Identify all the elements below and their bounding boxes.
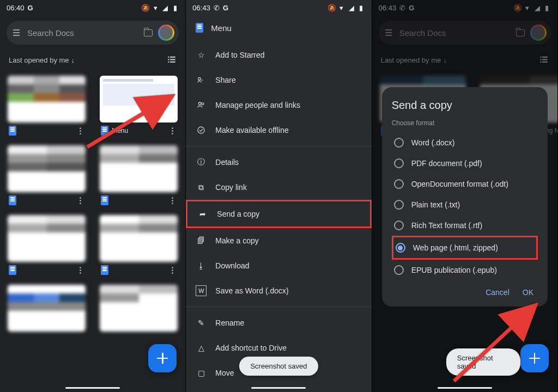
svg-rect-4 [168,62,169,63]
docs-icon [9,126,16,136]
search-bar[interactable]: Search Docs [7,21,179,45]
doc-name: Menu [112,127,165,134]
docs-icon [101,195,108,205]
format-rtf[interactable]: Rich Text format (.rtf) [392,215,538,236]
radio-icon [394,138,404,148]
wifi-icon: ▾ [151,4,159,11]
avatar[interactable] [158,24,174,41]
list-view-icon[interactable] [167,54,177,66]
menu-sendcopy[interactable]: ➦Send a copy [186,200,371,228]
format-html[interactable]: Web page (.html, zipped) [392,236,538,260]
menu-makecopy[interactable]: 🗐Make a copy [186,228,371,253]
format-epub[interactable]: EPUB publication (.epub) [392,260,538,280]
more-icon[interactable] [76,267,84,274]
more-icon[interactable] [76,197,84,204]
clock: 06:40 [7,4,25,12]
screen-docs-list: 06:40 G 🔕 ▾ ◢ ▮ Search Docs Last opened … [0,0,186,392]
menu-offline[interactable]: Make available offline [186,118,371,143]
doc-item[interactable] [100,215,178,275]
doc-item[interactable] [100,285,178,335]
radio-icon-selected [396,243,405,253]
menu-print[interactable]: 🖶Print [186,385,371,392]
dnd-icon: 🔕 [328,4,336,11]
dialog-subtitle: Choose format [392,119,538,127]
toast: Screenshot saved [446,348,520,376]
docs-icon [196,23,203,33]
doc-item[interactable] [8,285,86,335]
star-icon: ☆ [196,50,207,60]
nav-handle[interactable] [65,387,120,389]
doc-name [20,127,72,134]
svg-point-7 [198,78,201,81]
menu-rename[interactable]: ✎Rename [186,310,371,335]
docs-icon [9,265,16,275]
svg-rect-3 [170,59,175,60]
menu-header: Menu [186,15,371,40]
doc-item[interactable] [100,145,178,205]
toast: Screenshot saved [239,357,318,376]
fab-new[interactable] [148,344,177,372]
pencil-icon: ✎ [196,317,207,328]
hamburger-icon[interactable] [11,27,22,38]
wifi-icon: ▾ [338,4,345,11]
menu-share[interactable]: Share [186,68,371,93]
nav-handle[interactable] [438,387,492,389]
format-word[interactable]: Word (.docx) [392,132,538,153]
svg-rect-1 [170,57,175,58]
nav-handle[interactable] [251,387,306,389]
google-icon: G [28,4,33,12]
menu-copylink[interactable]: ⧉Copy link [186,175,371,200]
radio-icon [394,200,404,210]
fab-new[interactable] [520,344,549,372]
menu-manage[interactable]: Manage people and links [186,93,371,118]
chevron-down-icon: ↓ [71,56,75,64]
docs-icon [101,265,108,275]
offline-icon [196,125,207,136]
more-icon[interactable] [168,197,177,204]
screen-send-copy-dialog: 06:43 ✆ G 🔕 ▾ ◢ ▮ Search Docs Last opene… [372,0,558,392]
svg-rect-2 [168,59,169,60]
download-icon: ⭳ [196,260,207,271]
svg-rect-0 [168,57,169,58]
menu-star[interactable]: ☆Add to Starred [186,42,371,68]
menu-details[interactable]: ⓘDetails [186,150,371,175]
format-odt[interactable]: OpenDocument format (.odt) [392,174,538,194]
doc-item[interactable] [8,215,86,275]
status-bar: 06:40 G 🔕 ▾ ◢ ▮ [0,0,185,15]
more-icon[interactable] [168,267,177,274]
svg-rect-5 [170,62,175,63]
status-right-icons: 🔕 ▾ ◢ ▮ [142,4,179,11]
send-copy-dialog: Send a copy Choose format Word (.docx) P… [382,87,548,307]
signal-icon: ◢ [348,4,355,11]
format-pdf[interactable]: PDF document (.pdf) [392,153,538,174]
battery-icon: ▮ [357,4,365,11]
format-txt[interactable]: Plain text (.txt) [392,194,538,215]
doc-grid: Menu [0,70,185,340]
ok-button[interactable]: OK [523,288,533,297]
sort-row: Last opened by me ↓ [0,50,185,70]
signal-icon: ◢ [161,4,169,11]
menu-list: ☆Add to Starred Share Manage people and … [186,40,371,392]
sort-button[interactable]: Last opened by me ↓ [9,56,75,64]
folder-icon[interactable] [144,29,153,36]
divider [186,307,371,307]
google-icon: G [223,4,228,12]
more-icon[interactable] [76,127,84,134]
clock: 06:43 [192,4,210,12]
dialog-title: Send a copy [392,99,538,112]
cancel-button[interactable]: Cancel [486,288,510,297]
doc-item[interactable] [8,145,86,205]
drive-icon: △ [196,342,207,353]
divider [186,146,371,146]
doc-item[interactable] [8,76,86,136]
search-placeholder: Search Docs [27,28,138,38]
battery-icon: ▮ [171,4,179,11]
screen-context-menu: 06:43 ✆ G 🔕 ▾ ◢ ▮ Menu ☆Add to Starred S… [186,0,372,392]
more-icon[interactable] [168,127,177,134]
menu-saveword[interactable]: WSave as Word (.docx) [186,278,371,303]
dnd-icon: 🔕 [142,4,149,11]
status-bar: 06:43 ✆ G 🔕 ▾ ◢ ▮ [186,0,371,15]
menu-download[interactable]: ⭳Download [186,253,371,278]
doc-item-menu[interactable]: Menu [100,76,178,136]
radio-icon [394,179,404,189]
